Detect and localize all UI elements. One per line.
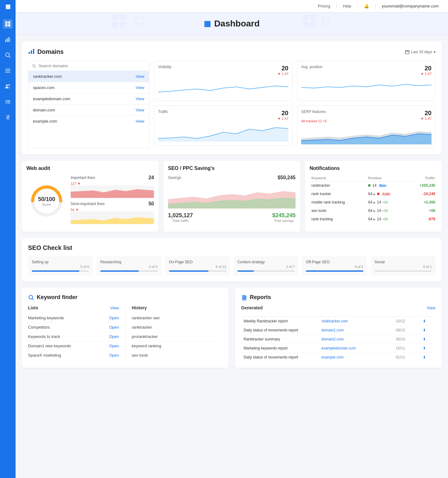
checklist-bar-bg — [375, 270, 432, 272]
domain-view-link[interactable]: View — [136, 119, 144, 124]
notif-row-seo-tools: seo tools 64 ▶ 14 +50 +58 — [310, 207, 437, 215]
badge-new: New — [378, 184, 388, 188]
sidebar-icon-search[interactable] — [3, 50, 12, 60]
avg-pos-top: Avg. position 20 ▼ 1.47 — [301, 65, 432, 76]
domain-row-ranktracker[interactable]: ranktracker.com View — [28, 71, 149, 82]
savings-bottom: 1,025,127 Total traffic $245,245 Total s… — [168, 212, 296, 223]
svg-rect-42 — [405, 50, 409, 54]
kf-list-item[interactable]: Competitors Open — [28, 323, 119, 332]
kf-history-name: ranktracker seo — [132, 316, 160, 320]
kf-history-item[interactable]: seo tools — [132, 351, 223, 360]
kf-item-open[interactable]: Open — [109, 316, 119, 320]
domain-view-link[interactable]: View — [136, 85, 144, 90]
dashboard-icon: ▦ — [204, 19, 211, 28]
notif-traffic: -879 — [408, 215, 437, 223]
sidebar-icon-list[interactable] — [3, 97, 12, 106]
seo-ppc-title: SEO / PPC Saving's — [168, 166, 296, 171]
report-download[interactable]: ⬇ — [420, 317, 436, 326]
notification-bell[interactable]: 🔔 — [361, 4, 372, 8]
checklist-social[interactable]: Social 0 of 1 — [371, 256, 436, 275]
checklist-onpage[interactable]: On-Page SEO 9 of 13 — [165, 256, 230, 275]
sidebar-icon-chart[interactable] — [3, 35, 12, 44]
report-download[interactable]: ⬇ — [420, 353, 436, 362]
report-row: Marketing keywords report exampledomain.… — [241, 344, 436, 353]
domain-row-exampledomain[interactable]: exampledomain.com View — [28, 93, 149, 105]
kf-item-open[interactable]: Open — [109, 344, 119, 348]
domain-row-spacex[interactable]: spacex.com View — [28, 82, 149, 93]
important-fixes-label: Important fixes — [71, 176, 95, 180]
domain-row-example[interactable]: example.com View — [28, 116, 149, 127]
kf-history-item[interactable]: ranktracker seo — [132, 313, 223, 323]
search-box[interactable] — [28, 61, 149, 71]
report-date: 30/10 — [393, 335, 420, 344]
notif-keyword: seo tools — [310, 207, 366, 215]
kf-list-item[interactable]: Marketing keywords Open — [28, 313, 119, 323]
help-link[interactable]: Help — [340, 4, 354, 8]
notif-position: 64 ▶ Lost — [366, 190, 407, 198]
kf-history-name: keyword ranking — [132, 344, 161, 348]
sidebar-icon-doc[interactable] — [3, 113, 12, 122]
kf-history-item[interactable]: proranktracker — [132, 332, 223, 341]
score-circle: 50/100 Score — [30, 184, 64, 218]
checklist-researching[interactable]: Researching 2 of 3 — [96, 256, 161, 275]
checklist-section: SEO Check list Setting up 5 of 6 Researc… — [22, 238, 442, 282]
report-label: Ranktracker summary — [241, 335, 319, 344]
svg-rect-10 — [5, 69, 10, 69]
sidebar-icon-users[interactable] — [3, 82, 12, 91]
date-filter[interactable]: Last 30 days ▾ — [405, 50, 436, 54]
checklist-bar-bg — [100, 270, 157, 272]
checklist-bar — [306, 270, 363, 272]
report-date: 09/12 — [393, 326, 420, 335]
notifications-title: Notifications — [310, 166, 437, 171]
svg-point-8 — [6, 53, 9, 57]
domain-view-link[interactable]: View — [136, 74, 144, 79]
checklist-content[interactable]: Content strategy 2 of 7 — [234, 256, 298, 275]
domain-name: example.com — [33, 119, 57, 124]
sidebar-icon-grid[interactable] — [3, 19, 12, 29]
nav-divider3 — [375, 3, 376, 9]
domain-row-domain[interactable]: domain.com View — [28, 105, 149, 116]
kf-history-name: proranktracker — [132, 334, 158, 339]
kf-item-open[interactable]: Open — [109, 353, 119, 358]
kf-list-item[interactable]: SpaceX marketing Open — [28, 351, 119, 360]
account-menu[interactable]: youremail@companyname.com — [379, 4, 442, 8]
checklist-setting-up[interactable]: Setting up 5 of 6 — [28, 256, 93, 275]
reports-view-link[interactable]: View — [427, 306, 436, 310]
avg-position-panel: Avg. position 20 ▼ 1.47 — [297, 61, 436, 101]
kf-history-item[interactable]: keyword ranking — [132, 341, 223, 351]
avg-pos-chart — [301, 78, 432, 97]
visibility-chart — [158, 78, 288, 97]
report-date: 15/11 — [393, 344, 420, 353]
checklist-progress: 9 of 13 — [169, 265, 226, 269]
report-domain: domain2.com — [319, 335, 393, 344]
kf-lists-view[interactable]: View — [110, 306, 119, 310]
kf-list-item[interactable]: Domain1 new keywords Open — [28, 341, 119, 351]
checklist-offpage[interactable]: Off-Page SEO 4 of 4 — [302, 256, 367, 275]
report-label: Marketing keywords report — [241, 344, 319, 353]
report-download[interactable]: ⬇ — [420, 326, 436, 335]
main-content: Pricing Help 🔔 youremail@companyname.com — [16, 0, 448, 478]
checklist-bar — [169, 270, 208, 272]
svg-point-15 — [6, 100, 7, 101]
domain-name: domain.com — [33, 108, 55, 112]
reports-generated-header: Generated View — [241, 305, 436, 310]
domain-search-input[interactable] — [39, 63, 145, 68]
sidebar-icon-table[interactable] — [3, 66, 12, 75]
domain-view-link[interactable]: View — [136, 108, 144, 112]
checklist-label: Setting up — [32, 260, 89, 264]
report-date: 10/12 — [393, 317, 420, 326]
report-download[interactable]: ⬇ — [420, 344, 436, 353]
report-label: Weekly Ranktracker report — [241, 317, 319, 326]
notifications-panel: Notifications Keyword Position Traffic r… — [305, 161, 442, 232]
kf-history-name: ranktracker — [132, 325, 152, 330]
top-nav: Pricing Help 🔔 youremail@companyname.com — [16, 0, 448, 12]
domains-icon — [28, 48, 35, 56]
domain-view-link[interactable]: View — [136, 96, 144, 101]
pricing-link[interactable]: Pricing — [315, 4, 334, 8]
report-download[interactable]: ⬇ — [420, 335, 436, 344]
kf-list-item[interactable]: Keywords to track Open — [28, 332, 119, 341]
kf-history-item[interactable]: ranktracker — [132, 323, 223, 332]
kf-item-open[interactable]: Open — [109, 334, 119, 339]
kf-item-open[interactable]: Open — [109, 325, 119, 330]
sidebar-logo: ▦ — [5, 3, 11, 10]
